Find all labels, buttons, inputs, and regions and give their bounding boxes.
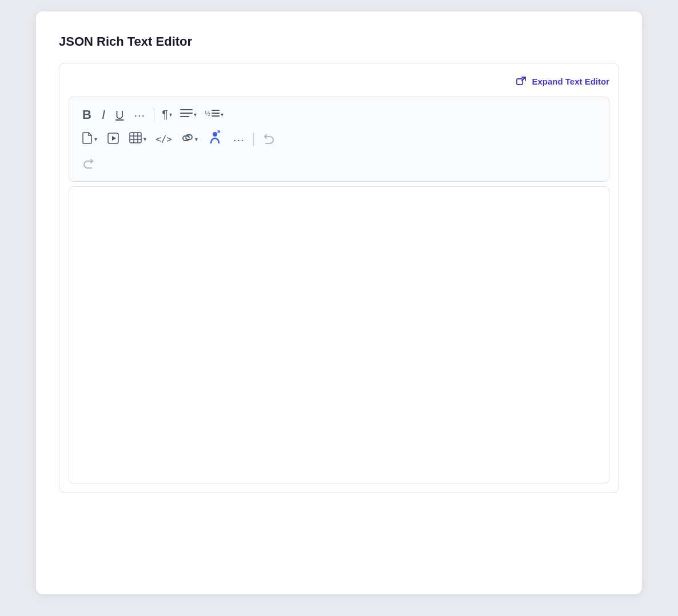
bold-icon: B: [82, 109, 91, 121]
svg-rect-10: [130, 133, 141, 143]
svg-rect-0: [517, 79, 523, 85]
file-icon: [82, 131, 93, 147]
table-dropdown-button[interactable]: ▾: [126, 129, 149, 150]
link-icon: [181, 133, 194, 146]
list-chevron-icon: ▾: [221, 111, 224, 118]
svg-marker-9: [112, 136, 116, 141]
paragraph-icon: ¶: [162, 108, 168, 121]
toolbar-divider-2: [253, 133, 254, 146]
redo-icon: [82, 157, 95, 170]
align-dropdown-button[interactable]: ▾: [177, 105, 200, 124]
toolbar-row-1: B I U ··· ¶ ▾: [78, 105, 600, 124]
redo-button[interactable]: [78, 154, 99, 173]
underline-button[interactable]: U: [111, 106, 127, 123]
table-icon: [129, 131, 142, 147]
list-dropdown-button[interactable]: ½ ▾: [202, 105, 226, 124]
crowdin-icon: [206, 130, 224, 148]
page-container: JSON Rich Text Editor Expand Text Editor: [36, 11, 642, 594]
svg-point-15: [213, 132, 217, 137]
toolbar-box: B I U ··· ¶ ▾: [69, 97, 609, 182]
paragraph-dropdown-button[interactable]: ¶ ▾: [159, 105, 175, 124]
editor-outer: Expand Text Editor B I U: [59, 63, 619, 493]
more-2-icon: ···: [233, 134, 245, 145]
expand-row: Expand Text Editor: [69, 73, 609, 90]
expand-text-editor-button[interactable]: Expand Text Editor: [515, 73, 609, 90]
content-area[interactable]: [69, 186, 609, 483]
file-chevron-icon: ▾: [94, 136, 97, 142]
table-chevron-icon: ▾: [143, 136, 146, 142]
link-chevron-icon: ▾: [195, 136, 198, 142]
code-icon: </>: [155, 135, 172, 144]
svg-text:½: ½: [205, 109, 210, 118]
italic-button[interactable]: I: [98, 106, 109, 124]
undo-button[interactable]: [258, 130, 279, 149]
page-title: JSON Rich Text Editor: [59, 34, 619, 49]
paragraph-chevron-icon: ▾: [169, 111, 172, 118]
underline-icon: U: [115, 109, 123, 121]
media-icon: [107, 132, 119, 146]
more-button-2[interactable]: ···: [229, 131, 249, 148]
toolbar-divider-1: [154, 108, 154, 122]
expand-label: Expand Text Editor: [532, 77, 609, 86]
more-text-icon: ···: [134, 109, 145, 121]
expand-icon: [515, 75, 528, 87]
toolbar-row-2: ▾: [78, 129, 600, 150]
italic-icon: I: [102, 109, 105, 121]
link-dropdown-button[interactable]: ▾: [178, 130, 201, 149]
bold-button[interactable]: B: [78, 106, 95, 124]
undo-icon: [262, 133, 275, 146]
align-chevron-icon: ▾: [194, 111, 197, 118]
crowdin-button[interactable]: [203, 129, 227, 150]
code-button[interactable]: </>: [151, 132, 176, 147]
media-button[interactable]: [103, 129, 123, 149]
list-icon: ½: [205, 108, 220, 121]
align-icon: [180, 108, 193, 121]
file-dropdown-button[interactable]: ▾: [78, 129, 101, 150]
toolbar-row-3: [78, 154, 600, 173]
more-text-button[interactable]: ···: [130, 106, 149, 123]
